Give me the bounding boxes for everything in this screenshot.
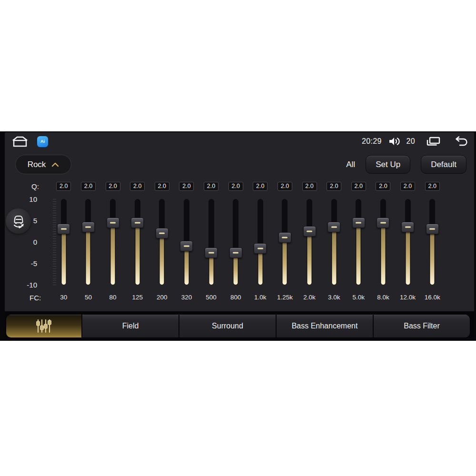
eq-band-320: 2.0320 [174, 182, 199, 301]
header-actions: All Set Up Default [346, 155, 466, 174]
gain-slider[interactable] [377, 199, 389, 285]
slider-thumb[interactable] [401, 222, 414, 232]
eq-band-125: 2.0125 [125, 182, 150, 301]
slider-fill [111, 223, 115, 285]
scale-label-neg5: -5 [18, 259, 37, 268]
q-value-box[interactable]: 2.0 [253, 182, 268, 191]
gain-slider[interactable] [57, 199, 70, 285]
q-value-box[interactable]: 2.0 [81, 182, 96, 191]
q-value-box[interactable]: 2.0 [228, 182, 243, 191]
fc-frequency-label: 50 [85, 294, 92, 301]
slider-thumb[interactable] [82, 222, 95, 232]
fc-frequency-label: 3.0k [328, 294, 340, 301]
q-value-box[interactable]: 2.0 [327, 182, 341, 191]
gain-slider[interactable] [107, 199, 119, 285]
gain-slider[interactable] [327, 199, 340, 285]
slider-thumb[interactable] [377, 218, 389, 228]
gain-slider[interactable] [180, 199, 193, 285]
gain-slider[interactable] [131, 199, 144, 285]
eq-band-1.25k: 2.01.25k [273, 182, 298, 301]
gain-slider[interactable] [303, 199, 316, 285]
slider-fill [381, 223, 385, 285]
eq-band-30: 2.030 [51, 182, 76, 301]
bottom-tab-bar: Field Surround Bass Enhancement Bass Fil… [6, 314, 470, 338]
slider-thumb[interactable] [57, 224, 70, 234]
slider-thumb[interactable] [107, 218, 119, 228]
scale-label-10: 10 [18, 195, 37, 203]
home-icon[interactable] [11, 135, 29, 148]
back-icon[interactable] [452, 136, 468, 147]
scale-label-0: 0 [18, 238, 37, 246]
all-label[interactable]: All [346, 160, 355, 169]
slider-fill [258, 248, 262, 285]
status-bar: Ai 20:29 20 [11, 134, 468, 149]
fc-frequency-label: 16.0k [425, 294, 440, 301]
eq-band-8.0k: 2.08.0k [371, 182, 396, 301]
slider-thumb[interactable] [327, 222, 340, 232]
tab-equalizer[interactable] [6, 315, 81, 337]
gain-slider[interactable] [229, 199, 242, 285]
slider-thumb[interactable] [278, 232, 291, 243]
tab-bass-enhancement[interactable]: Bass Enhancement [276, 315, 373, 337]
slider-thumb[interactable] [426, 224, 439, 234]
slider-fill [61, 229, 66, 285]
slider-thumb[interactable] [352, 218, 365, 228]
tab-field[interactable]: Field [81, 315, 178, 337]
preset-value: Rock [28, 160, 46, 169]
q-value-box[interactable]: 2.0 [179, 182, 194, 191]
fc-frequency-label: 30 [60, 294, 67, 301]
eq-band-200: 2.0200 [150, 182, 175, 301]
head-unit-screen: Ai 20:29 20 Rock All Se [0, 131, 476, 341]
q-value-box[interactable]: 2.0 [376, 182, 390, 191]
slider-fill [406, 227, 410, 285]
fc-frequency-label: 1.0k [254, 294, 267, 301]
slider-thumb[interactable] [303, 226, 316, 237]
q-value-box[interactable]: 2.0 [302, 182, 317, 191]
setup-button[interactable]: Set Up [366, 155, 410, 174]
fc-frequency-label: 8.0k [377, 294, 389, 301]
recent-apps-icon[interactable] [426, 136, 441, 147]
eq-band-80: 2.080 [100, 182, 125, 301]
slider-fill [184, 246, 188, 285]
eq-band-3.0k: 2.03.0k [322, 182, 347, 301]
q-value-box[interactable]: 2.0 [155, 182, 169, 191]
slider-thumb[interactable] [180, 241, 193, 251]
eq-sliders-icon [34, 318, 53, 334]
speaker-volume-icon[interactable] [388, 136, 400, 147]
fc-frequency-label: 320 [181, 294, 192, 301]
slider-thumb[interactable] [156, 228, 169, 238]
eq-band-800: 2.0800 [223, 182, 248, 301]
gain-slider[interactable] [205, 199, 218, 285]
q-value-box[interactable]: 2.0 [351, 182, 366, 191]
slider-thumb[interactable] [229, 248, 242, 258]
eq-band-1.0k: 2.01.0k [248, 182, 273, 301]
fc-frequency-label: 1.25k [277, 294, 293, 301]
tab-surround[interactable]: Surround [178, 315, 276, 337]
gain-slider[interactable] [401, 199, 414, 285]
q-value-box[interactable]: 2.0 [56, 182, 71, 191]
fc-frequency-label: 2.0k [303, 294, 316, 301]
eq-band-500: 2.0500 [199, 182, 224, 301]
default-button[interactable]: Default [421, 155, 466, 174]
gain-slider[interactable] [82, 199, 95, 285]
fc-frequency-label: 800 [230, 294, 241, 301]
q-value-box[interactable]: 2.0 [106, 182, 120, 191]
fc-frequency-label: 125 [132, 294, 143, 301]
q-value-box[interactable]: 2.0 [130, 182, 145, 191]
gain-slider[interactable] [352, 199, 365, 285]
slider-thumb[interactable] [205, 248, 218, 258]
preset-dropdown[interactable]: Rock [15, 155, 71, 174]
gain-slider[interactable] [156, 199, 169, 285]
q-value-box[interactable]: 2.0 [425, 182, 440, 191]
q-value-box[interactable]: 2.0 [400, 182, 415, 191]
ai-music-app-icon[interactable]: Ai [37, 136, 48, 147]
gain-slider[interactable] [426, 199, 439, 285]
slider-fill [357, 223, 361, 285]
gain-slider[interactable] [278, 199, 291, 285]
slider-thumb[interactable] [131, 218, 144, 228]
tab-bass-filter[interactable]: Bass Filter [373, 315, 470, 337]
q-value-box[interactable]: 2.0 [278, 182, 292, 191]
q-value-box[interactable]: 2.0 [204, 182, 218, 191]
gain-slider[interactable] [254, 199, 267, 285]
slider-thumb[interactable] [254, 243, 267, 254]
